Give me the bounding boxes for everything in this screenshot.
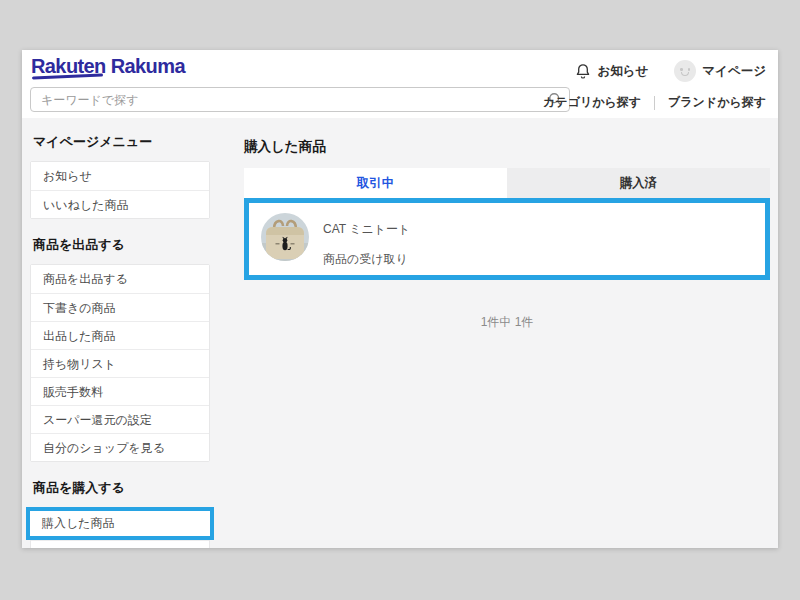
avatar bbox=[674, 60, 696, 82]
search-bar bbox=[30, 87, 570, 112]
sidebar-group-mypage: お知らせ いいねした商品 bbox=[30, 161, 210, 219]
rakuma-page: RakutenRakuma お知らせ マイページ カテゴリから探す bbox=[22, 50, 778, 548]
sidebar-item-listed-items[interactable]: 出品した商品 bbox=[31, 321, 209, 349]
notifications-label: お知らせ bbox=[597, 63, 648, 80]
browse-by-category-link[interactable]: カテゴリから探す bbox=[543, 94, 641, 111]
cat-tote-thumbnail bbox=[261, 213, 309, 261]
sidebar-heading-buy: 商品を購入する bbox=[33, 479, 207, 497]
mypage-sidebar: マイページメニュー お知らせ いいねした商品 商品を出品する 商品を出品する 下… bbox=[30, 118, 210, 548]
rakuma-logo[interactable]: RakutenRakuma bbox=[31, 55, 185, 78]
sidebar-item-recently-viewed[interactable]: 最近見た商品 bbox=[31, 540, 209, 548]
tab-purchased[interactable]: 購入済 bbox=[507, 168, 770, 198]
results-count: 1件中 1件 bbox=[244, 314, 770, 331]
page-title: 購入した商品 bbox=[244, 138, 770, 156]
sidebar-item-liked-items[interactable]: いいねした商品 bbox=[31, 190, 209, 218]
purchased-item-card[interactable]: CAT ミニトート 商品の受け取り bbox=[244, 198, 770, 280]
sidebar-item-sales-fee[interactable]: 販売手数料 bbox=[31, 377, 209, 405]
header-actions: お知らせ マイページ bbox=[575, 60, 766, 82]
sidebar-group-buy: 購入した商品 最近見た商品 bbox=[30, 507, 210, 548]
notifications-button[interactable]: お知らせ bbox=[575, 63, 648, 80]
sidebar-item-list-item[interactable]: 商品を出品する bbox=[31, 265, 209, 293]
mypage-label: マイページ bbox=[702, 63, 766, 80]
search-input[interactable] bbox=[30, 87, 570, 112]
mypage-button[interactable]: マイページ bbox=[674, 60, 766, 82]
item-title: CAT ミニトート bbox=[323, 221, 410, 238]
sidebar-item-belongings-list[interactable]: 持ち物リスト bbox=[31, 349, 209, 377]
main-panel: 購入した商品 取引中 購入済 bbox=[244, 118, 770, 331]
sidebar-item-view-my-shop[interactable]: 自分のショップを見る bbox=[31, 433, 209, 461]
site-header: RakutenRakuma お知らせ マイページ カテゴリから探す bbox=[22, 50, 778, 118]
links-divider bbox=[654, 96, 655, 110]
sidebar-heading-mypage-menu: マイページメニュー bbox=[33, 133, 207, 151]
purchased-items-highlight: 購入した商品 bbox=[26, 507, 214, 540]
sidebar-item-purchased-items[interactable]: 購入した商品 bbox=[30, 511, 210, 536]
sidebar-item-notifications[interactable]: お知らせ bbox=[31, 162, 209, 190]
tab-in-transaction[interactable]: 取引中 bbox=[244, 168, 507, 198]
sidebar-heading-sell: 商品を出品する bbox=[33, 236, 207, 254]
bell-icon bbox=[575, 63, 591, 80]
sidebar-item-draft-items[interactable]: 下書きの商品 bbox=[31, 293, 209, 321]
browse-by-brand-link[interactable]: ブランドから探す bbox=[668, 94, 766, 111]
logo-rakuma: Rakuma bbox=[111, 55, 185, 77]
item-texts: CAT ミニトート 商品の受け取り bbox=[323, 213, 410, 268]
sidebar-group-sell: 商品を出品する 下書きの商品 出品した商品 持ち物リスト 販売手数料 スーパー還… bbox=[30, 264, 210, 462]
header-browse-links: カテゴリから探す ブランドから探す bbox=[543, 94, 766, 111]
item-status: 商品の受け取り bbox=[323, 251, 410, 268]
sidebar-item-super-point-settings[interactable]: スーパー還元の設定 bbox=[31, 405, 209, 433]
logo-rakuten: Rakuten bbox=[31, 55, 106, 77]
purchase-tabs: 取引中 購入済 bbox=[244, 168, 770, 198]
content-area: マイページメニュー お知らせ いいねした商品 商品を出品する 商品を出品する 下… bbox=[22, 118, 778, 548]
